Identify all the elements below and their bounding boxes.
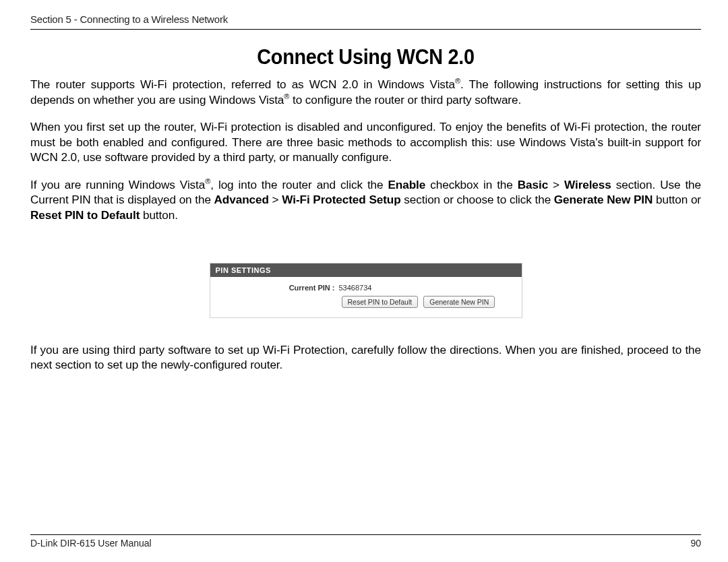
page-title: Connect Using WCN 2.0 <box>64 44 668 69</box>
generate-new-pin-button[interactable]: Generate New PIN <box>423 296 495 308</box>
pin-settings-body: Current PIN : 53468734 Reset PIN to Defa… <box>210 277 522 317</box>
para3-b: , log into the router and click the <box>210 178 388 191</box>
pin-button-row: Reset PIN to Default Generate New PIN <box>217 296 515 308</box>
bold-enable: Enable <box>388 178 425 191</box>
reg-mark: ® <box>455 77 460 85</box>
bold-wps: Wi-Fi Protected Setup <box>282 193 400 206</box>
current-pin-value: 53468734 <box>339 284 372 292</box>
paragraph-4: If you are using third party software to… <box>30 342 701 373</box>
header-rule <box>30 29 701 30</box>
footer-manual: D-Link DIR-615 User Manual <box>30 538 152 549</box>
footer-page-number: 90 <box>690 538 701 549</box>
para3-f: button or <box>653 193 701 206</box>
para1-c: to configure the router or third party s… <box>289 93 521 106</box>
section-header: Section 5 - Connecting to a Wireless Net… <box>30 13 701 25</box>
current-pin-label: Current PIN : <box>217 284 339 292</box>
para1-a: The router supports Wi-Fi protection, re… <box>30 77 455 91</box>
para3-e: section or choose to click the <box>401 193 554 206</box>
para3-g: button. <box>140 208 178 222</box>
pin-settings-heading: PIN SETTINGS <box>210 263 522 277</box>
pin-settings-panel: PIN SETTINGS Current PIN : 53468734 Rese… <box>210 263 522 318</box>
gt: > <box>269 193 282 206</box>
bold-wireless: Wireless <box>564 178 611 191</box>
bold-basic: Basic <box>518 178 548 191</box>
paragraph-2: When you first set up the router, Wi-Fi … <box>30 119 701 164</box>
bold-advanced: Advanced <box>214 193 269 206</box>
para3-c: checkbox in the <box>425 178 517 191</box>
bold-generate: Generate New PIN <box>554 193 653 206</box>
footer: D-Link DIR-615 User Manual 90 <box>30 534 701 549</box>
footer-rule <box>30 534 701 535</box>
current-pin-row: Current PIN : 53468734 <box>217 284 515 292</box>
gt: > <box>548 178 564 191</box>
paragraph-3: If you are running Windows Vista®, log i… <box>30 177 701 222</box>
reset-pin-button[interactable]: Reset PIN to Default <box>342 296 419 308</box>
para3-a: If you are running Windows Vista <box>30 178 205 191</box>
bold-reset: Reset PIN to Default <box>30 208 140 222</box>
paragraph-1: The router supports Wi-Fi protection, re… <box>30 76 701 107</box>
